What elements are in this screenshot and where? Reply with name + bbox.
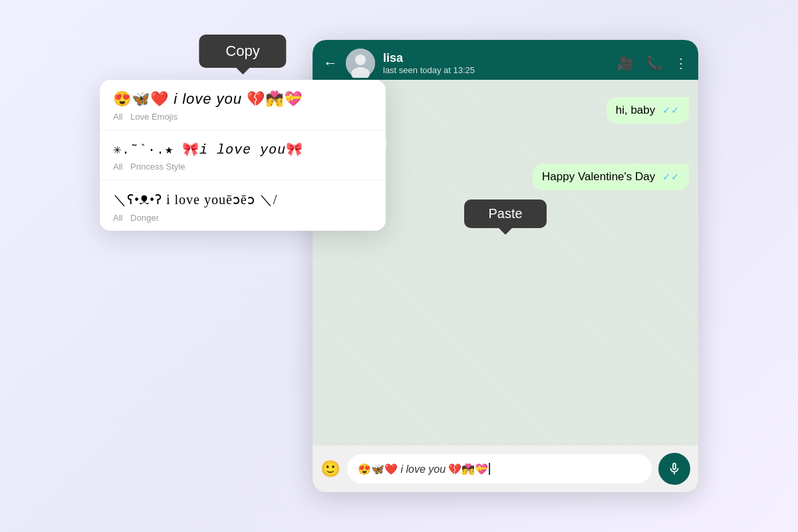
copy-item-2-text: ✳️.˜`·.★ 🎀i love you🎀	[113, 141, 372, 158]
copy-tooltip[interactable]: Copy	[199, 35, 286, 68]
message-input[interactable]: 😍🦋❤️ i love you 💔💏💝	[347, 454, 652, 483]
scene: Copy 😍🦋❤️ i love you 💔💏💝 All Love Emojis…	[100, 40, 698, 492]
copy-item-3-text: ＼ʕ•ᴥ•ʔ i love youēↄēↄ ＼/	[113, 191, 372, 209]
copy-tooltip-label: Copy	[225, 43, 259, 59]
message-valentines: Happy Valentine's Day ✓✓	[533, 164, 689, 190]
message-text: hi, baby	[616, 104, 656, 116]
phone-call-icon[interactable]: 📞	[646, 55, 662, 71]
copy-item-1[interactable]: 😍🦋❤️ i love you 💔💏💝 All Love Emojis	[100, 80, 386, 130]
contact-name: lisa	[383, 51, 609, 65]
message-hi-baby: hi, baby ✓✓	[606, 97, 689, 124]
svg-point-1	[355, 55, 366, 65]
copy-item-1-text: 😍🦋❤️ i love you 💔💏💝	[113, 90, 372, 108]
paste-tooltip[interactable]: Paste	[464, 200, 546, 228]
paste-tooltip-label: Paste	[488, 206, 522, 221]
emoji-button[interactable]: 🙂	[321, 460, 340, 478]
mic-icon	[667, 462, 682, 476]
header-icons: 🎥 📞 ⋮	[617, 55, 688, 71]
copy-item-1-tags: All Love Emojis	[113, 112, 372, 122]
read-ticks: ✓✓	[662, 104, 680, 116]
contact-status: last seen today at 13:25	[383, 65, 609, 75]
paste-tooltip-wrapper: Paste	[464, 200, 546, 228]
input-text: 😍🦋❤️ i love you 💔💏💝	[358, 463, 489, 475]
more-options-icon[interactable]: ⋮	[674, 55, 688, 71]
chat-input-bar: 🙂 😍🦋❤️ i love you 💔💏💝	[313, 446, 698, 492]
contact-info: lisa last seen today at 13:25	[383, 51, 609, 75]
back-button[interactable]: ←	[323, 55, 338, 72]
copy-item-3[interactable]: ＼ʕ•ᴥ•ʔ i love youēↄēↄ ＼/ All Donger	[100, 180, 386, 231]
cursor	[489, 463, 490, 475]
copy-item-2[interactable]: ✳️.˜`·.★ 🎀i love you🎀 All Princess Style	[100, 130, 386, 180]
copy-item-3-tags: All Donger	[113, 213, 372, 223]
read-ticks-2: ✓✓	[662, 171, 680, 182]
avatar	[346, 49, 375, 78]
video-call-icon[interactable]: 🎥	[617, 55, 634, 71]
message-text: Happy Valentine's Day	[542, 170, 655, 183]
copy-panel: Copy 😍🦋❤️ i love you 💔💏💝 All Love Emojis…	[100, 80, 386, 231]
mic-button[interactable]	[658, 453, 690, 485]
copy-item-2-tags: All Princess Style	[113, 162, 372, 172]
